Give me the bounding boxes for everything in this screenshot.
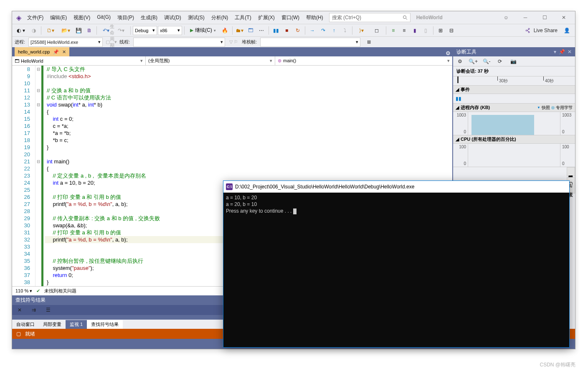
ext1-button[interactable]: ⊞ bbox=[436, 26, 446, 35]
menu-project[interactable]: 项目(P) bbox=[114, 13, 137, 23]
minimize-icon[interactable]: ─ bbox=[516, 11, 535, 24]
ok-icon: ✔ bbox=[36, 288, 40, 294]
step-over-button[interactable]: ↷ bbox=[318, 26, 328, 35]
zoom-combo[interactable]: 110 % ▾ bbox=[15, 288, 32, 294]
console-titlebar[interactable]: C:\ D:\002_Project\006_Visual_Studio\Hel… bbox=[223, 181, 569, 193]
save-all-button[interactable]: 🗎 bbox=[84, 26, 94, 35]
diag-zoom-out-icon[interactable]: 🔍- bbox=[482, 57, 492, 66]
tab-locals[interactable]: 局部变量 bbox=[39, 320, 66, 329]
menu-window[interactable]: 窗口(W) bbox=[278, 13, 303, 23]
account-button[interactable]: 👤 bbox=[562, 26, 572, 35]
continue-button[interactable]: ▶继续(C)▾ bbox=[187, 26, 219, 35]
clear-button[interactable]: ✕ bbox=[15, 305, 25, 315]
step-into-button[interactable]: → bbox=[307, 26, 317, 35]
platform-combo[interactable]: x86▾ bbox=[158, 26, 182, 35]
menu-build[interactable]: 生成(B) bbox=[137, 13, 161, 23]
redo-button[interactable]: ↷▾ bbox=[114, 26, 128, 35]
mem-area bbox=[471, 115, 534, 135]
diag-snapshot-icon[interactable]: 📷 bbox=[508, 57, 518, 66]
restart-debug-button[interactable]: ↻ bbox=[293, 26, 303, 35]
memory-header[interactable]: ◢ 进程内存 (KB) ▼快照 专用字节 bbox=[453, 104, 575, 112]
mem-y-min-l: 0 bbox=[464, 130, 466, 134]
menu-debug[interactable]: 调试(D) bbox=[161, 13, 185, 23]
bookmark2-button[interactable]: ▯ bbox=[421, 26, 431, 35]
pin-icon[interactable]: 📌 bbox=[53, 49, 59, 55]
stack-combo[interactable]: ▾ bbox=[260, 38, 360, 47]
file-tab-label: hello_world.cpp bbox=[18, 49, 50, 54]
tab-auto[interactable]: 自动窗口 bbox=[12, 320, 39, 329]
live-share-button[interactable]: Live Share bbox=[522, 28, 561, 33]
maximize-icon[interactable]: ☐ bbox=[535, 11, 554, 24]
step-out-button[interactable]: ↑ bbox=[329, 26, 339, 35]
cpu-header[interactable]: ◢ CPU (所有处理器的百分比) bbox=[453, 135, 575, 144]
config-combo[interactable]: Debug▾ bbox=[133, 26, 157, 35]
timeline[interactable]: 30秒 40秒 bbox=[453, 76, 575, 86]
hot-reload-button[interactable]: 🔥 bbox=[220, 26, 230, 35]
diag-zoom-in-icon[interactable]: 🔍+ bbox=[468, 57, 478, 66]
thread-combo[interactable]: ▾ bbox=[133, 38, 225, 47]
comment-button[interactable]: ≡ bbox=[388, 26, 398, 35]
thread-btn[interactable]: ▽ ⚐ bbox=[228, 38, 238, 47]
nav-fwd-button[interactable]: ◑ bbox=[29, 26, 39, 35]
side-tab-solution[interactable]: 解决方案资源管理器 bbox=[567, 167, 575, 176]
close-panel-icon[interactable]: ✕ bbox=[568, 49, 572, 55]
feedback-icon[interactable]: ☺ bbox=[497, 11, 516, 24]
uncomment-button[interactable]: ≡ bbox=[399, 26, 409, 35]
menu-file[interactable]: 文件(F) bbox=[24, 13, 47, 23]
tab-options-icon[interactable]: ⚙ bbox=[446, 50, 451, 56]
window-button[interactable]: 🗔 bbox=[246, 26, 256, 35]
diag-title-label: 诊断工具 bbox=[456, 48, 476, 56]
pause-debug-button[interactable]: ▮▮ bbox=[271, 26, 281, 35]
menu-edit[interactable]: 编辑(E) bbox=[47, 13, 70, 23]
menu-view[interactable]: 视图(V) bbox=[70, 13, 94, 23]
nav-back-button[interactable]: ◐ ▾ bbox=[14, 26, 28, 35]
list-button[interactable]: ☰ bbox=[43, 305, 53, 315]
console-window[interactable]: C:\ D:\002_Project\006_Visual_Studio\Hel… bbox=[223, 180, 570, 348]
status-icon: ▢ bbox=[16, 331, 21, 337]
stack-btn[interactable]: ⊞ bbox=[364, 38, 374, 47]
memory-chart[interactable]: 10030 10030 bbox=[453, 112, 575, 135]
life-event-button[interactable]: ▢ 生命周期事件 ▾ bbox=[106, 38, 116, 47]
group-button[interactable]: ⇉ bbox=[29, 305, 39, 315]
close-tab-icon[interactable]: ✕ bbox=[62, 49, 66, 55]
stop-debug-button[interactable]: ■ bbox=[282, 26, 292, 35]
menu-tools[interactable]: 工具(T) bbox=[231, 13, 254, 23]
tab-watch[interactable]: 监视 1 bbox=[66, 320, 87, 329]
fold-column[interactable]: ⊟⊟⊟⊟ bbox=[35, 66, 41, 286]
toolbox-button[interactable]: ⋯ bbox=[256, 26, 266, 35]
menu-git[interactable]: Git(G) bbox=[94, 13, 114, 23]
box-button[interactable]: ◻ bbox=[370, 26, 384, 35]
pin-icon[interactable]: 📌 bbox=[559, 49, 565, 55]
cpu-y-min-l: 0 bbox=[464, 161, 466, 166]
diag-reset-icon[interactable]: ⟳ bbox=[495, 57, 505, 66]
cpu-chart[interactable]: 1000 1000 bbox=[453, 144, 575, 167]
file-tab[interactable]: hello_world.cpp 📌 ✕ bbox=[15, 47, 69, 56]
menu-help[interactable]: 帮助(H) bbox=[303, 13, 327, 23]
nav-project-combo[interactable]: 🗔HelloWorld▾ bbox=[12, 56, 146, 65]
new-item-button[interactable]: 🗋▾ bbox=[43, 26, 58, 35]
diag-settings-icon[interactable]: ⚙ bbox=[455, 57, 465, 66]
save-button[interactable]: 💾 bbox=[74, 26, 84, 35]
step-button[interactable]: ⤵ bbox=[340, 26, 350, 35]
events-header[interactable]: ◢ 事件 bbox=[453, 86, 575, 94]
search-icon bbox=[403, 15, 408, 20]
menu-analyze[interactable]: 分析(N) bbox=[208, 13, 232, 23]
tick-40: 40秒 bbox=[545, 78, 554, 84]
open-item-button[interactable]: 📂▾ bbox=[58, 26, 73, 35]
menu-test[interactable]: 测试(S) bbox=[185, 13, 208, 23]
process-combo[interactable]: [25588] HelloWorld.exe▾ bbox=[28, 38, 103, 47]
console-body: a = 10, b = 20 a = 20, b = 10 Press any … bbox=[223, 193, 569, 347]
search-placeholder: 搜索 (Ctrl+Q) bbox=[332, 14, 361, 21]
nav-symbol-combo[interactable]: ⊚main()▾ bbox=[275, 56, 452, 65]
ext2-button[interactable]: ⊟ bbox=[446, 26, 456, 35]
menu-ext[interactable]: 扩展(X) bbox=[255, 13, 278, 23]
bookmark-button[interactable]: ▮ bbox=[410, 26, 420, 35]
browse-button[interactable]: 🖿▾ bbox=[235, 26, 245, 35]
tab-find[interactable]: 查找符号结果 bbox=[87, 320, 123, 329]
nav-scope-combo[interactable]: (全局范围)▾ bbox=[146, 56, 275, 65]
search-input[interactable]: 搜索 (Ctrl+Q) bbox=[329, 13, 411, 22]
console-line3: Press any key to continue . . . bbox=[226, 208, 293, 214]
dropdown-icon[interactable]: ▾ bbox=[554, 49, 556, 55]
intellicode-button[interactable]: ⟩▾ bbox=[355, 26, 369, 35]
close-icon[interactable]: ✕ bbox=[554, 11, 573, 24]
